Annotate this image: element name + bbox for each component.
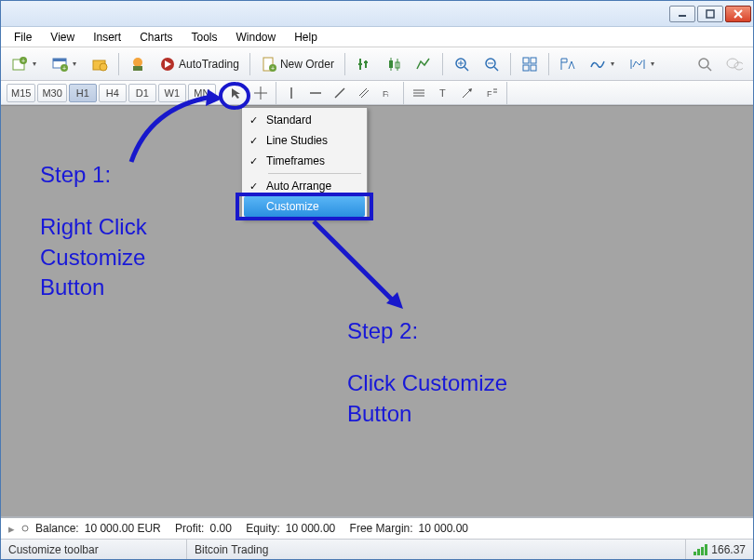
signal-icon — [693, 544, 708, 555]
autotrading-label: AutoTrading — [179, 58, 239, 71]
annotation-arrow-1 — [122, 89, 234, 173]
profit-label: Profit: — [175, 522, 204, 535]
svg-marker-64 — [206, 89, 222, 106]
svg-text:+: + — [271, 65, 275, 72]
context-item-timeframes[interactable]: Timeframes — [244, 151, 365, 171]
new-chart-icon: + — [11, 56, 28, 73]
toolbar-separator — [442, 53, 443, 75]
menu-help[interactable]: Help — [287, 29, 325, 46]
svg-text:F: F — [487, 89, 492, 99]
tile-windows-button[interactable] — [517, 52, 543, 76]
svg-point-41 — [699, 59, 708, 68]
svg-line-52 — [361, 90, 369, 98]
context-item-standard[interactable]: Standard — [244, 110, 365, 130]
toolbar-separator — [118, 53, 119, 75]
menu-charts[interactable]: Charts — [132, 29, 180, 46]
svg-point-13 — [133, 58, 142, 67]
svg-text:+: + — [21, 58, 25, 64]
folder-coin-icon — [91, 56, 108, 73]
horizontal-line-tool[interactable] — [304, 84, 327, 102]
chat-icon — [726, 56, 743, 73]
minimize-button[interactable] — [669, 6, 695, 22]
menubar: File View Insert Charts Tools Window Hel… — [1, 27, 753, 47]
terminal-bar: ▸ Balance: 10 000.00 EUR Profit: 0.00 Eq… — [1, 516, 753, 539]
svg-line-58 — [463, 90, 470, 98]
candlestick-button[interactable] — [381, 52, 407, 76]
new-chart-button[interactable]: + ▾ — [7, 52, 43, 76]
chart-workspace[interactable]: Standard Line Studies Timeframes Auto Ar… — [1, 105, 753, 516]
svg-line-33 — [494, 67, 498, 71]
balance-label: Balance: — [35, 522, 79, 535]
equidistant-tool[interactable] — [408, 84, 430, 102]
zoom-out-button[interactable] — [478, 52, 505, 76]
toolbar-separator — [403, 82, 404, 104]
new-order-label: New Order — [280, 58, 334, 71]
svg-text:+: + — [62, 65, 66, 72]
timeframe-m15[interactable]: M15 — [7, 84, 35, 102]
context-separator — [268, 173, 361, 174]
toolbar-separator — [344, 53, 345, 75]
crosshair-tool[interactable] — [249, 84, 272, 102]
market-watch-button[interactable] — [87, 52, 113, 76]
toolbar-context-menu: Standard Line Studies Timeframes Auto Ar… — [241, 107, 368, 220]
menu-file[interactable]: File — [7, 29, 39, 46]
bar-chart-icon — [356, 56, 372, 73]
indicator-button-1[interactable] — [555, 52, 581, 76]
zoom-in-button[interactable] — [449, 52, 475, 76]
channel-tool[interactable] — [353, 84, 375, 102]
channel-fibo-tool[interactable]: F — [480, 84, 503, 102]
svg-rect-35 — [523, 58, 529, 63]
menu-tools[interactable]: Tools — [184, 29, 225, 46]
context-item-customize[interactable]: Customize — [244, 196, 365, 217]
arrow-tool[interactable] — [456, 84, 478, 102]
autotrading-button[interactable]: AutoTrading — [155, 52, 244, 76]
svg-point-67 — [22, 526, 28, 531]
svg-rect-14 — [133, 66, 142, 71]
expert-advisor-button[interactable] — [125, 52, 151, 76]
indicator-button-3[interactable]: ▾ — [625, 52, 661, 76]
status-left: Customize toolbar — [1, 540, 187, 559]
zoom-out-icon — [483, 56, 500, 73]
search-button[interactable] — [692, 52, 718, 76]
indicator-button-2[interactable]: ▾ — [585, 52, 621, 76]
window-controls — [669, 6, 751, 22]
toolbar-separator — [510, 53, 511, 75]
menu-view[interactable]: View — [43, 29, 82, 46]
trendline-tool[interactable] — [329, 84, 351, 102]
equity-value: 10 000.00 — [286, 522, 335, 535]
menu-insert[interactable]: Insert — [86, 29, 128, 46]
profiles-button[interactable]: + ▾ — [47, 52, 83, 76]
search-icon — [696, 56, 713, 73]
timeframe-h1[interactable]: H1 — [69, 84, 97, 102]
vertical-line-tool[interactable] — [280, 84, 303, 102]
svg-rect-69 — [697, 549, 700, 555]
status-right-value: 166.37 — [711, 543, 746, 556]
toolbar-separator — [506, 82, 507, 104]
new-order-button[interactable]: + New Order — [256, 52, 339, 76]
svg-line-51 — [359, 88, 367, 96]
svg-text:Fᵢ: Fᵢ — [383, 89, 390, 99]
fibo-tool[interactable]: Fᵢ — [377, 84, 399, 102]
advisor-icon — [129, 56, 146, 73]
chevron-down-icon: ▾ — [649, 60, 656, 68]
period-icon — [629, 56, 646, 73]
context-item-line-studies[interactable]: Line Studies — [244, 130, 365, 151]
svg-rect-71 — [705, 544, 707, 555]
maximize-button[interactable] — [697, 6, 723, 22]
context-item-autoarrange[interactable]: Auto Arrange — [244, 176, 365, 196]
svg-point-12 — [100, 63, 107, 71]
annotation-step1: Step 1: Right ClickCustomizeButton — [40, 160, 147, 303]
timeframe-m30[interactable]: M30 — [37, 84, 66, 102]
community-button[interactable] — [721, 52, 747, 76]
bar-chart-button[interactable] — [351, 52, 377, 76]
chevron-down-icon: ▾ — [609, 60, 616, 68]
text-tool[interactable]: T — [432, 84, 454, 102]
balance-value: 10 000.00 EUR — [85, 522, 161, 535]
svg-line-29 — [465, 67, 468, 71]
menu-window[interactable]: Window — [229, 29, 284, 46]
chevron-down-icon: ▾ — [31, 60, 38, 68]
status-right: 166.37 — [686, 540, 753, 559]
profit-value: 0.00 — [209, 522, 231, 535]
line-chart-button[interactable] — [411, 52, 437, 76]
close-button[interactable] — [725, 6, 751, 22]
